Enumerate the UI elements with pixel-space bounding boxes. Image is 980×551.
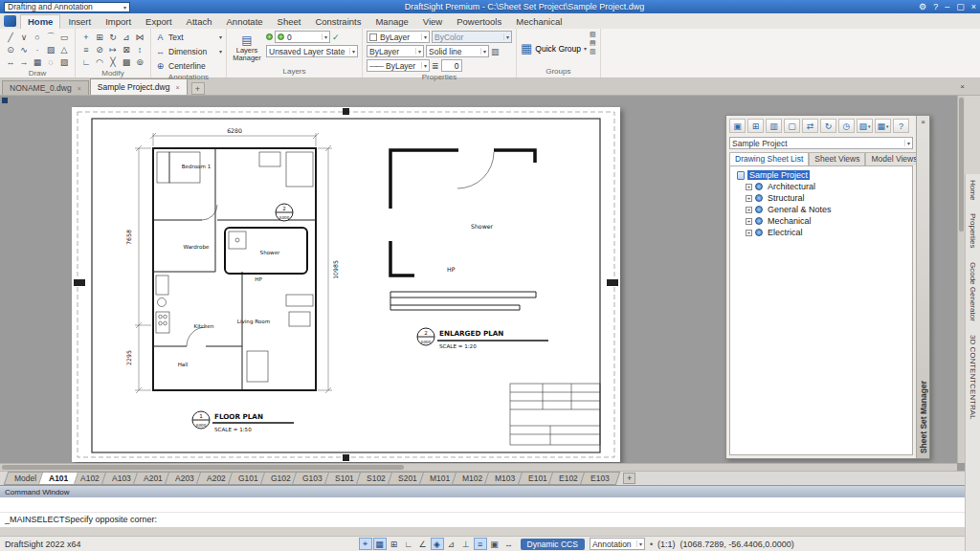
- polar-icon[interactable]: ∠: [416, 538, 430, 550]
- tree-item-architectural[interactable]: + Architectural: [732, 181, 910, 192]
- layers-manager-button[interactable]: ▤ Layers Manager: [231, 31, 263, 66]
- sheet-set-combo[interactable]: Sample Project ▾: [729, 137, 913, 149]
- ray-icon[interactable]: →: [17, 55, 31, 68]
- help-icon[interactable]: ?: [933, 2, 938, 11]
- erase-icon[interactable]: ⊠: [120, 43, 133, 55]
- match-properties-icon[interactable]: ▥: [491, 47, 500, 56]
- publish-icon[interactable]: ▦ ▾: [875, 119, 891, 133]
- side-tab-properties[interactable]: Properties: [969, 213, 977, 248]
- ortho-icon[interactable]: ∟: [402, 538, 415, 550]
- etrack-icon[interactable]: ⊿: [445, 538, 458, 550]
- lineweight-icon[interactable]: ≡: [474, 538, 487, 550]
- tab-sheet-views[interactable]: Sheet Views: [809, 152, 865, 165]
- tab-powertools[interactable]: Powertools: [450, 15, 508, 29]
- lineweight-combo[interactable]: ByLayer ▾: [367, 45, 424, 57]
- tab-attach[interactable]: Attach: [180, 15, 219, 29]
- close-tab-icon[interactable]: ×: [78, 85, 81, 92]
- open-sheet-set-icon[interactable]: ▣ ▾: [729, 119, 746, 133]
- tab-home[interactable]: Home: [20, 14, 60, 29]
- tab-insert[interactable]: Insert: [61, 15, 98, 29]
- drawing-sheet[interactable]: 2 A000 Bedroom 1 Wardrobe Shower HP Livi…: [72, 107, 620, 462]
- layer-visibility-icon[interactable]: [266, 33, 273, 40]
- vertical-scrollbar[interactable]: [957, 96, 965, 463]
- close-view-icon[interactable]: ×: [960, 82, 965, 91]
- annotation-scale-combo[interactable]: Annotation ▾: [590, 538, 645, 550]
- tree-item-structural[interactable]: + Structural: [732, 192, 910, 204]
- close-button[interactable]: ×: [971, 2, 976, 11]
- tree-item-electrical[interactable]: + Electrical: [732, 227, 910, 238]
- drawing-canvas[interactable]: 2 A000 Bedroom 1 Wardrobe Shower HP Livi…: [0, 96, 965, 471]
- grid-icon[interactable]: ▦: [373, 538, 387, 550]
- tab-mechanical[interactable]: Mechanical: [509, 15, 568, 29]
- sheet-tab-e103[interactable]: E103: [580, 472, 620, 485]
- expand-icon[interactable]: +: [746, 184, 752, 190]
- pointer-snap-icon[interactable]: ⌖: [359, 538, 372, 550]
- doc-tab-sample-project[interactable]: Sample Project.dwg ×: [90, 78, 188, 95]
- tab-view[interactable]: View: [416, 15, 449, 29]
- region-icon[interactable]: ▧: [57, 55, 71, 68]
- edit-group-icon[interactable]: ▧: [590, 31, 596, 38]
- circle-icon[interactable]: ○: [31, 31, 44, 43]
- tab-model-views[interactable]: Model Views: [865, 152, 923, 165]
- sheet-tab-a101[interactable]: A101: [38, 472, 79, 485]
- polygon-icon[interactable]: △: [57, 43, 71, 55]
- ellipse-icon[interactable]: ⊙: [4, 43, 17, 55]
- spline-icon[interactable]: ∿: [17, 43, 31, 55]
- text-button[interactable]: A Text ▾: [155, 31, 222, 43]
- quick-group-button[interactable]: ▦ Quick Group ▾: [521, 31, 587, 66]
- recent-icon[interactable]: ◷ ▾: [838, 119, 855, 133]
- command-input[interactable]: _MAINSELECTSpecify opposite corner:: [0, 513, 980, 526]
- help-icon[interactable]: ? ▾: [893, 119, 909, 133]
- fillet-icon[interactable]: ◠: [93, 55, 106, 68]
- expand-icon[interactable]: +: [746, 195, 752, 202]
- side-tab-gcode-generator[interactable]: Gcode Generator: [969, 262, 977, 321]
- workspace-selector[interactable]: Drafting and Annotation ▾: [4, 2, 130, 12]
- transmit-icon[interactable]: ⇄ ▾: [802, 119, 818, 133]
- arc-icon[interactable]: ⌒: [44, 31, 57, 43]
- stretch-icon[interactable]: ↕: [133, 43, 146, 55]
- tab-manage[interactable]: Manage: [368, 15, 414, 29]
- line-icon[interactable]: ╱: [4, 31, 17, 43]
- chamfer-icon[interactable]: ∟: [79, 55, 93, 68]
- centerline-button[interactable]: ⊕ Centerline ▾: [155, 59, 222, 72]
- import-sheet-icon[interactable]: ▥ ▾: [766, 119, 782, 133]
- rectangle-icon[interactable]: ▭: [57, 31, 71, 43]
- tree-item-general-notes[interactable]: + General & Notes: [732, 204, 910, 215]
- weld-icon[interactable]: ⊚: [133, 55, 146, 68]
- bycolor-combo[interactable]: ByColor ▾: [432, 31, 512, 43]
- tab-sheet[interactable]: Sheet: [271, 15, 308, 29]
- dynamic-ccs-button[interactable]: Dynamic CCS: [521, 539, 585, 550]
- thickness-field[interactable]: 0: [441, 59, 462, 72]
- layer-state-combo[interactable]: Unsaved Layer State ▾: [266, 45, 358, 57]
- new-document-button[interactable]: +: [191, 82, 205, 95]
- tree-item-sample-project[interactable]: + Sample Project: [732, 169, 910, 181]
- scale-icon[interactable]: ⊿: [120, 31, 133, 43]
- mirror-icon[interactable]: ⋈: [133, 31, 146, 43]
- tab-import[interactable]: Import: [99, 15, 138, 29]
- settings-icon[interactable]: ⚙: [919, 2, 926, 11]
- active-layer-combo[interactable]: 0 ▾: [275, 31, 330, 43]
- linepattern-combo[interactable]: —— ByLayer ▾: [367, 59, 430, 72]
- command-window-header[interactable]: Command Window ×: [0, 486, 980, 497]
- group-manager-icon[interactable]: ▥: [590, 48, 596, 55]
- print-icon[interactable]: ▨ ▾: [857, 119, 873, 133]
- snap-icon[interactable]: ⊞: [388, 538, 401, 550]
- entity-snap-icon[interactable]: ⊥: [459, 538, 473, 550]
- thickness-icon[interactable]: ≣: [432, 61, 439, 71]
- side-tab-home[interactable]: Home: [969, 180, 977, 200]
- close-panel-icon[interactable]: ×: [921, 118, 925, 126]
- tab-export[interactable]: Export: [139, 15, 178, 29]
- horizontal-scrollbar[interactable]: [0, 463, 957, 471]
- revision-cloud-icon[interactable]: ◌: [44, 55, 57, 68]
- move-icon[interactable]: +: [79, 31, 93, 43]
- ungroup-icon[interactable]: ▤: [590, 39, 596, 47]
- polyline-icon[interactable]: ∨: [17, 31, 31, 43]
- tab-annotate[interactable]: Annotate: [220, 15, 270, 29]
- array-icon[interactable]: ▩: [120, 55, 133, 68]
- linestyle-combo[interactable]: Solid line ▾: [426, 45, 489, 57]
- app-logo-icon[interactable]: [4, 15, 16, 27]
- doc-tab-noname[interactable]: NONAME_0.dwg ×: [2, 80, 89, 95]
- trim-icon[interactable]: ⊘: [93, 43, 106, 55]
- point-icon[interactable]: ·: [31, 43, 44, 55]
- units-icon[interactable]: ↔: [502, 538, 516, 550]
